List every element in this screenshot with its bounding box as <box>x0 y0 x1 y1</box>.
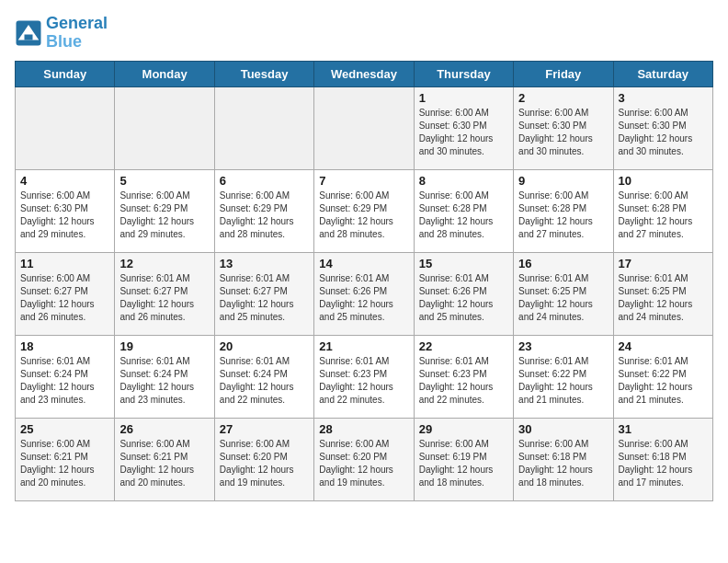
page-header: General Blue <box>15 15 713 52</box>
day-number: 23 <box>518 339 608 353</box>
day-number: 5 <box>119 174 209 188</box>
day-info: Sunrise: 6:01 AMSunset: 6:27 PMDaylight:… <box>220 272 309 324</box>
calendar-cell: 16Sunrise: 6:01 AMSunset: 6:25 PMDayligh… <box>514 252 613 335</box>
day-info: Sunrise: 6:01 AMSunset: 6:27 PMDaylight:… <box>119 272 209 324</box>
day-info: Sunrise: 6:01 AMSunset: 6:22 PMDaylight:… <box>518 355 608 407</box>
day-info: Sunrise: 6:01 AMSunset: 6:25 PMDaylight:… <box>619 272 708 324</box>
day-info: Sunrise: 6:00 AMSunset: 6:30 PMDaylight:… <box>518 107 608 158</box>
day-info: Sunrise: 6:00 AMSunset: 6:18 PMDaylight:… <box>619 438 708 489</box>
calendar-cell: 11Sunrise: 6:00 AMSunset: 6:27 PMDayligh… <box>16 252 115 335</box>
day-info: Sunrise: 6:01 AMSunset: 6:22 PMDaylight:… <box>619 355 708 407</box>
day-info: Sunrise: 6:01 AMSunset: 6:23 PMDaylight:… <box>319 355 408 407</box>
calendar-cell: 7Sunrise: 6:00 AMSunset: 6:29 PMDaylight… <box>314 169 414 252</box>
day-info: Sunrise: 6:01 AMSunset: 6:25 PMDaylight:… <box>518 272 608 324</box>
calendar-cell <box>314 86 414 169</box>
day-number: 20 <box>220 339 309 353</box>
day-header-saturday: Saturday <box>613 61 712 86</box>
day-number: 28 <box>319 422 408 436</box>
calendar-table: SundayMondayTuesdayWednesdayThursdayFrid… <box>15 61 713 501</box>
day-info: Sunrise: 6:00 AMSunset: 6:21 PMDaylight:… <box>119 438 209 489</box>
day-info: Sunrise: 6:00 AMSunset: 6:30 PMDaylight:… <box>419 107 508 158</box>
day-number: 26 <box>119 422 209 436</box>
days-header-row: SundayMondayTuesdayWednesdayThursdayFrid… <box>16 61 713 86</box>
day-number: 18 <box>20 339 109 353</box>
calendar-cell: 24Sunrise: 6:01 AMSunset: 6:22 PMDayligh… <box>613 335 712 418</box>
calendar-cell <box>214 86 313 169</box>
calendar-cell: 19Sunrise: 6:01 AMSunset: 6:24 PMDayligh… <box>115 335 214 418</box>
day-info: Sunrise: 6:01 AMSunset: 6:24 PMDaylight:… <box>220 355 309 407</box>
calendar-cell: 21Sunrise: 6:01 AMSunset: 6:23 PMDayligh… <box>314 335 414 418</box>
day-info: Sunrise: 6:00 AMSunset: 6:18 PMDaylight:… <box>518 438 608 489</box>
day-info: Sunrise: 6:00 AMSunset: 6:28 PMDaylight:… <box>518 190 608 241</box>
calendar-cell: 15Sunrise: 6:01 AMSunset: 6:26 PMDayligh… <box>414 252 513 335</box>
calendar-cell: 28Sunrise: 6:00 AMSunset: 6:20 PMDayligh… <box>314 418 414 500</box>
day-info: Sunrise: 6:01 AMSunset: 6:24 PMDaylight:… <box>20 355 109 407</box>
calendar-cell: 13Sunrise: 6:01 AMSunset: 6:27 PMDayligh… <box>214 252 313 335</box>
calendar-cell: 1Sunrise: 6:00 AMSunset: 6:30 PMDaylight… <box>414 86 513 169</box>
day-number: 13 <box>220 257 309 270</box>
day-number: 27 <box>220 422 309 436</box>
day-header-sunday: Sunday <box>16 61 115 86</box>
week-row-5: 25Sunrise: 6:00 AMSunset: 6:21 PMDayligh… <box>16 418 713 500</box>
calendar-cell: 29Sunrise: 6:00 AMSunset: 6:19 PMDayligh… <box>414 418 513 500</box>
week-row-1: 1Sunrise: 6:00 AMSunset: 6:30 PMDaylight… <box>16 86 713 169</box>
day-info: Sunrise: 6:00 AMSunset: 6:29 PMDaylight:… <box>319 190 408 241</box>
calendar-cell <box>16 86 115 169</box>
day-number: 4 <box>20 174 109 188</box>
day-info: Sunrise: 6:00 AMSunset: 6:29 PMDaylight:… <box>220 190 309 241</box>
calendar-cell: 18Sunrise: 6:01 AMSunset: 6:24 PMDayligh… <box>16 335 115 418</box>
day-header-monday: Monday <box>115 61 214 86</box>
calendar-cell: 25Sunrise: 6:00 AMSunset: 6:21 PMDayligh… <box>16 418 115 500</box>
week-row-4: 18Sunrise: 6:01 AMSunset: 6:24 PMDayligh… <box>16 335 713 418</box>
day-number: 14 <box>319 257 408 270</box>
day-number: 6 <box>220 174 309 188</box>
logo-name: General Blue <box>46 15 108 52</box>
day-info: Sunrise: 6:00 AMSunset: 6:29 PMDaylight:… <box>119 190 209 241</box>
calendar-cell: 26Sunrise: 6:00 AMSunset: 6:21 PMDayligh… <box>115 418 214 500</box>
week-row-3: 11Sunrise: 6:00 AMSunset: 6:27 PMDayligh… <box>16 252 713 335</box>
day-number: 2 <box>518 91 608 105</box>
day-number: 30 <box>518 422 608 436</box>
calendar-cell: 9Sunrise: 6:00 AMSunset: 6:28 PMDaylight… <box>514 169 613 252</box>
day-header-wednesday: Wednesday <box>314 61 414 86</box>
day-number: 24 <box>619 339 708 353</box>
day-header-thursday: Thursday <box>414 61 513 86</box>
calendar-cell <box>115 86 214 169</box>
day-number: 22 <box>419 339 508 353</box>
day-info: Sunrise: 6:00 AMSunset: 6:20 PMDaylight:… <box>319 438 408 489</box>
calendar-cell: 2Sunrise: 6:00 AMSunset: 6:30 PMDaylight… <box>514 86 613 169</box>
calendar-cell: 23Sunrise: 6:01 AMSunset: 6:22 PMDayligh… <box>514 335 613 418</box>
day-number: 31 <box>619 422 708 436</box>
day-info: Sunrise: 6:00 AMSunset: 6:19 PMDaylight:… <box>419 438 508 489</box>
day-info: Sunrise: 6:01 AMSunset: 6:24 PMDaylight:… <box>119 355 209 407</box>
day-number: 3 <box>619 91 708 105</box>
day-info: Sunrise: 6:00 AMSunset: 6:21 PMDaylight:… <box>20 438 109 489</box>
calendar-cell: 10Sunrise: 6:00 AMSunset: 6:28 PMDayligh… <box>613 169 712 252</box>
calendar-cell: 31Sunrise: 6:00 AMSunset: 6:18 PMDayligh… <box>613 418 712 500</box>
day-number: 7 <box>319 174 408 188</box>
calendar-cell: 6Sunrise: 6:00 AMSunset: 6:29 PMDaylight… <box>214 169 313 252</box>
day-header-tuesday: Tuesday <box>214 61 313 86</box>
day-number: 12 <box>119 257 209 270</box>
day-info: Sunrise: 6:00 AMSunset: 6:30 PMDaylight:… <box>20 190 109 241</box>
logo-icon <box>15 19 42 47</box>
day-number: 15 <box>419 257 508 270</box>
calendar-cell: 17Sunrise: 6:01 AMSunset: 6:25 PMDayligh… <box>613 252 712 335</box>
day-number: 16 <box>518 257 608 270</box>
day-info: Sunrise: 6:00 AMSunset: 6:28 PMDaylight:… <box>419 190 508 241</box>
calendar-cell: 30Sunrise: 6:00 AMSunset: 6:18 PMDayligh… <box>514 418 613 500</box>
calendar-cell: 14Sunrise: 6:01 AMSunset: 6:26 PMDayligh… <box>314 252 414 335</box>
day-info: Sunrise: 6:00 AMSunset: 6:28 PMDaylight:… <box>619 190 708 241</box>
logo: General Blue <box>15 15 108 52</box>
day-info: Sunrise: 6:01 AMSunset: 6:23 PMDaylight:… <box>419 355 508 407</box>
day-info: Sunrise: 6:00 AMSunset: 6:30 PMDaylight:… <box>619 107 708 158</box>
day-info: Sunrise: 6:00 AMSunset: 6:20 PMDaylight:… <box>220 438 309 489</box>
calendar-cell: 3Sunrise: 6:00 AMSunset: 6:30 PMDaylight… <box>613 86 712 169</box>
day-number: 29 <box>419 422 508 436</box>
day-number: 8 <box>419 174 508 188</box>
calendar-cell: 4Sunrise: 6:00 AMSunset: 6:30 PMDaylight… <box>16 169 115 252</box>
day-number: 17 <box>619 257 708 270</box>
day-number: 9 <box>518 174 608 188</box>
day-info: Sunrise: 6:00 AMSunset: 6:27 PMDaylight:… <box>20 272 109 324</box>
day-number: 1 <box>419 91 508 105</box>
